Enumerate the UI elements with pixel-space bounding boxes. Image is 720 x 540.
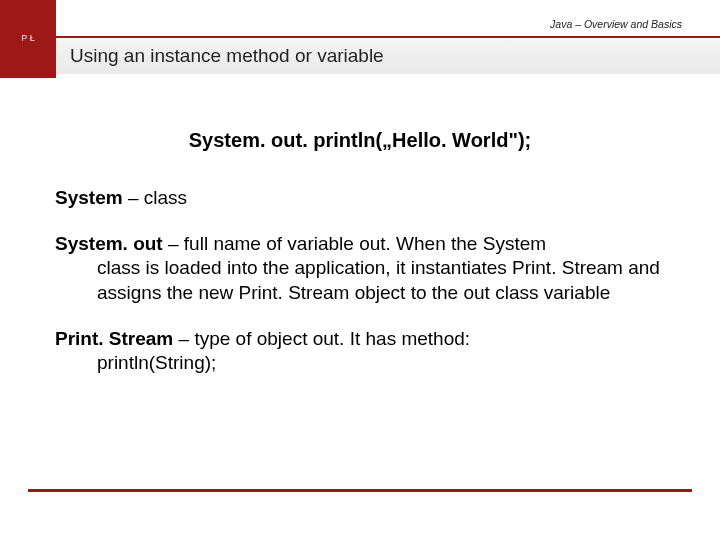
slide-header: Java – Overview and Basics P Ł Using an … xyxy=(0,0,720,78)
desc-system: – class xyxy=(123,187,187,208)
footer-divider xyxy=(28,489,692,492)
institution-logo: P Ł xyxy=(0,0,56,78)
paragraph-system: System – class xyxy=(55,186,665,210)
title-bar: Using an instance method or variable xyxy=(56,36,720,74)
term-printstream: Print. Stream xyxy=(55,328,173,349)
desc-printstream-rest: println(String); xyxy=(55,351,665,375)
slide-content: System. out. println(„Hello. World"); Sy… xyxy=(0,78,720,375)
code-headline: System. out. println(„Hello. World"); xyxy=(55,128,665,154)
term-system: System xyxy=(55,187,123,208)
slide-title: Using an instance method or variable xyxy=(70,45,384,67)
paragraph-printstream: Print. Stream – type of object out. It h… xyxy=(55,327,665,376)
logo-text: P Ł xyxy=(21,34,34,44)
desc-printstream-first: – type of object out. It has method: xyxy=(173,328,470,349)
desc-system-out-rest: class is loaded into the application, it… xyxy=(55,256,665,305)
course-label: Java – Overview and Basics xyxy=(550,18,682,30)
term-system-out: System. out xyxy=(55,233,163,254)
paragraph-system-out: System. out – full name of variable out.… xyxy=(55,232,665,305)
desc-system-out-first: – full name of variable out. When the Sy… xyxy=(163,233,546,254)
